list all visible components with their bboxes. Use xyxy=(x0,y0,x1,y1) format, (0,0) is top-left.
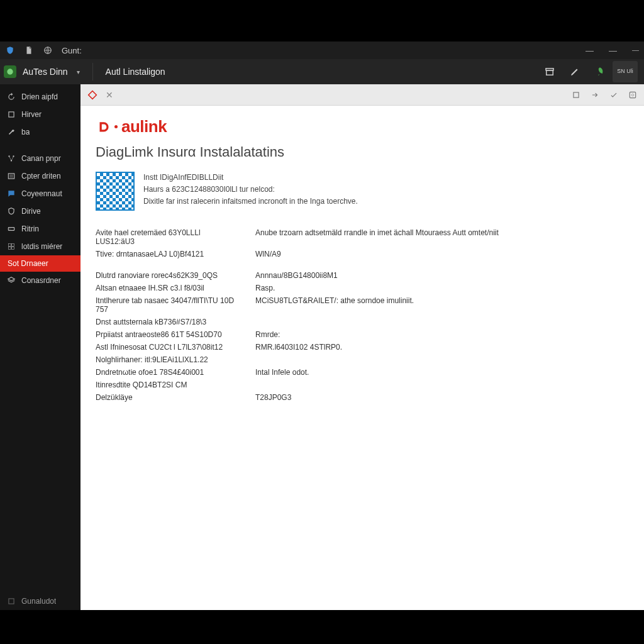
info-key: Itinresdtite QD14BT2SI CM xyxy=(96,380,240,389)
sidebar-item-hirver[interactable]: Hirver xyxy=(0,106,80,123)
pen-icon[interactable] xyxy=(562,61,587,82)
svg-rect-15 xyxy=(9,599,14,604)
sidebar-item-label: Sot Drnaeer xyxy=(8,259,48,268)
window-minimize2-button[interactable]: — xyxy=(609,46,617,55)
svg-point-10 xyxy=(9,228,10,229)
info-key: Ttive: drntanasaeLAJ L0)Bf4121 xyxy=(96,250,240,258)
page-title: DiagLimk Insurα Instalalatatins xyxy=(96,144,629,160)
sidebar-item-dirive[interactable]: Dirive xyxy=(0,203,80,220)
info-grid: Avite hael cretemäed 63Y0LLLl LUS12:äU3A… xyxy=(96,228,536,402)
svg-rect-4 xyxy=(9,112,14,117)
svg-point-19 xyxy=(631,94,634,96)
tabstrip: ✕ xyxy=(80,84,644,106)
dashboard-icon[interactable] xyxy=(628,90,638,100)
sidebar-item-label: Conasrdner xyxy=(21,276,61,285)
info-value: Rmrde: xyxy=(255,330,536,339)
sidebar-footer-label: Gunaludot xyxy=(21,597,56,606)
info-value xyxy=(255,355,536,364)
window-minimize-button[interactable]: — xyxy=(586,46,594,55)
header-tab-label: Autl Linstaligon xyxy=(106,67,165,77)
svg-rect-11 xyxy=(8,243,11,246)
layers-icon xyxy=(6,275,16,286)
info-key: Avite hael cretemäed 63Y0LLLl LUS12:äU3 xyxy=(96,228,240,246)
info-key: Itntlherure tab nasaec 34047/fllTI\TU 10… xyxy=(96,296,240,314)
sidebar-item-ba[interactable]: ba xyxy=(0,123,80,141)
sidebar-item-sot-drnaeer[interactable]: Sot Drnaeer xyxy=(0,255,80,272)
document-icon xyxy=(24,45,34,55)
window-controls: — — — xyxy=(586,46,639,55)
app-dropdown-caret-icon[interactable]: ▾ xyxy=(77,69,80,75)
svg-rect-18 xyxy=(630,92,635,97)
info-value: Rasp. xyxy=(255,284,536,292)
sidebar-item-drien[interactable]: Drien aipfd xyxy=(0,88,80,106)
sidebar-item-conasrdner[interactable]: Conasrdner xyxy=(0,272,80,289)
svg-rect-9 xyxy=(8,228,14,231)
sn-badge[interactable]: SN Uli xyxy=(613,61,638,82)
info-value: Anube trzoarn adtsetmäld rrandle in imet… xyxy=(255,228,536,246)
shield-icon xyxy=(6,206,16,216)
info-key: Dlutrd ranoviare rorec4s62K39_0QS xyxy=(96,271,240,280)
intro-block: Instt IDigAInfEDIBLLDiit Haurs a 623C124… xyxy=(96,172,629,211)
appbar: AuTes Dinn ▾ Autl Linstaligon SN Uli xyxy=(0,59,644,84)
sidebar-item-lotdis[interactable]: lotdis miérer xyxy=(0,238,80,255)
brand-dot-icon xyxy=(114,125,118,128)
grid-icon xyxy=(6,242,16,252)
network-icon xyxy=(6,153,16,164)
content-area: ✕ aulink DiagLimk Insurα Instalalatatins xyxy=(80,84,644,610)
diamond-icon xyxy=(87,89,98,101)
svg-rect-16 xyxy=(89,91,97,99)
info-value: Intal Infele odot. xyxy=(255,368,536,377)
info-key: Dnst auttsternala kB736#S7/18\3 xyxy=(96,318,240,326)
brand-text: aulink xyxy=(121,117,167,136)
intro-line: Haurs a 623C12488030I0lLl tur nelcod: xyxy=(143,184,358,196)
info-key: Altsan etnaaee IH.SR c3.l f8/03il xyxy=(96,284,240,292)
sidebar-item-ritrin[interactable]: Ritrin xyxy=(0,220,80,238)
archive-icon[interactable] xyxy=(537,61,562,82)
info-value: T28JP0G3 xyxy=(255,393,536,402)
info-key: Prpiiatst antraeoste86 61T 54S10D70 xyxy=(96,330,240,339)
brand-logo: aulink xyxy=(96,117,629,136)
leaf-icon[interactable] xyxy=(587,61,613,82)
svg-rect-13 xyxy=(8,247,11,250)
intro-line: Instt IDigAInfEDIBLLDiit xyxy=(143,172,358,184)
info-key: Dndretnωtie ofoe1 78S4£40i001 xyxy=(96,368,240,377)
sidebar-item-label: Coyeennaut xyxy=(21,189,62,198)
refresh-icon xyxy=(6,92,16,102)
list-icon xyxy=(6,171,16,181)
wrench-icon xyxy=(6,127,16,137)
square-icon xyxy=(6,109,16,119)
shield-icon xyxy=(5,45,15,55)
app-window: Gunt: — — — AuTes Dinn ▾ Autl Linstaligo… xyxy=(0,42,644,610)
sidebar-item-cpter[interactable]: Cpter driten xyxy=(0,167,80,185)
sidebar-footer[interactable]: Gunaludot xyxy=(0,592,80,610)
check-icon[interactable] xyxy=(609,90,619,100)
sidebar-item-canan[interactable]: Canan pnpr xyxy=(0,150,80,167)
window-close-button[interactable]: — xyxy=(632,46,639,55)
window-icon[interactable] xyxy=(571,90,581,100)
tab-close-button[interactable]: ✕ xyxy=(106,90,113,100)
info-value: MCiSU8TLGT&RAILET/: athe sorndoe imulini… xyxy=(255,296,536,314)
svg-point-1 xyxy=(7,69,13,74)
forward-icon[interactable] xyxy=(590,90,600,100)
svg-rect-12 xyxy=(12,243,14,246)
info-value: RMR.l6403I102 4STlRP0. xyxy=(255,343,536,352)
app-logo-icon xyxy=(4,65,16,78)
qr-code-icon xyxy=(96,172,135,211)
sidebar: Drien aipfd Hirver ba Canan pnpr Cpter d… xyxy=(0,84,80,610)
titlebar-label: Gunt: xyxy=(62,46,82,55)
sidebar-item-label: lotdis miérer xyxy=(21,242,62,251)
app-title: AuTes Dinn xyxy=(23,67,68,77)
info-value: Annnau/8BG14800ii8M1 xyxy=(255,271,536,280)
drive-icon xyxy=(6,224,16,234)
svg-rect-3 xyxy=(547,70,553,75)
sidebar-item-label: Cpter driten xyxy=(21,172,61,180)
sidebar-item-label: ba xyxy=(21,128,30,136)
info-key: Astl Ifninesosat CU2Ct l L7lL37\08it12 xyxy=(96,343,240,352)
intro-text: Instt IDigAInfEDIBLLDiit Haurs a 623C124… xyxy=(143,172,358,211)
sidebar-item-label: Drien aipfd xyxy=(21,92,58,101)
sidebar-item-label: Canan pnpr xyxy=(21,154,61,163)
info-value xyxy=(255,318,536,326)
document-page: aulink DiagLimk Insurα Instalalatatins I… xyxy=(80,106,644,610)
sidebar-item-label: Dirive xyxy=(21,207,41,216)
sidebar-item-coyeen[interactable]: Coyeennaut xyxy=(0,185,80,203)
